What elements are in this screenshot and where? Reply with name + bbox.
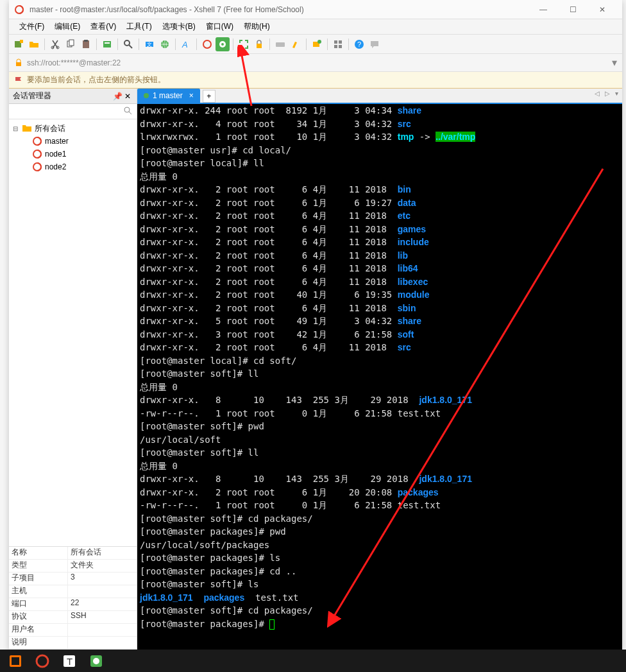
separator-icon <box>348 39 349 50</box>
sidebar-search[interactable] <box>9 104 137 119</box>
collapse-icon[interactable]: ⊟ <box>12 125 19 132</box>
prop-key: 说明 <box>9 637 68 649</box>
menu-help[interactable]: 帮助(H) <box>239 19 275 35</box>
close-button[interactable]: ✕ <box>588 0 617 19</box>
fullscreen-button[interactable] <box>237 37 251 51</box>
address-bar[interactable]: ssh://root:******@master:22 ▾ <box>9 54 622 72</box>
tree-session-node1[interactable]: node1 <box>27 148 137 160</box>
separator-icon <box>269 39 270 50</box>
svg-point-16 <box>203 40 211 48</box>
tab-list-icon[interactable]: ▾ <box>615 90 618 97</box>
terminal[interactable]: drwxr-xr-x. 244 root root 8192 1月 3 04:3… <box>137 104 622 650</box>
menu-window[interactable]: 窗口(W) <box>201 19 239 35</box>
tab-prev-icon[interactable]: ◁ <box>595 90 600 97</box>
properties-panel: 名称所有会话类型文件夹子项目3主机端口22协议SSH用户名说明 <box>9 546 137 650</box>
prop-value: SSH <box>68 611 137 623</box>
minimize-button[interactable]: ― <box>529 0 558 19</box>
separator-icon <box>306 39 307 50</box>
svg-rect-6 <box>69 40 74 46</box>
flag-icon <box>14 76 23 85</box>
prop-row: 协议SSH <box>9 611 137 624</box>
svg-point-22 <box>317 40 321 44</box>
font-button[interactable]: A <box>179 37 193 51</box>
copy-button[interactable] <box>63 37 78 51</box>
prop-row: 用户名 <box>9 624 137 637</box>
xshell-app-icon <box>14 4 24 15</box>
prop-row: 主机 <box>9 585 137 598</box>
folder-icon <box>22 123 32 134</box>
tree-session-master[interactable]: master <box>27 135 137 148</box>
tab-close-icon[interactable]: × <box>189 91 194 100</box>
svg-rect-37 <box>12 657 19 665</box>
svg-point-18 <box>221 43 224 46</box>
window-title: master - root@master:/usr/local/soft/pac… <box>30 5 529 14</box>
menu-tabs[interactable]: 选项卡(B) <box>157 19 201 35</box>
prop-value <box>68 637 137 649</box>
address-text: ssh://root:******@master:22 <box>27 58 612 67</box>
maximize-button[interactable]: ☐ <box>558 0 588 19</box>
menu-view[interactable]: 查看(V) <box>85 19 121 35</box>
taskbar-typora-icon[interactable]: T <box>62 653 77 669</box>
session-props-button[interactable] <box>100 37 114 51</box>
taskbar: T <box>0 650 626 672</box>
menu-edit[interactable]: 编辑(E) <box>49 19 85 35</box>
prop-row: 类型文件夹 <box>9 560 137 573</box>
svg-point-42 <box>93 658 99 664</box>
svg-rect-8 <box>84 40 88 42</box>
globe-button[interactable] <box>158 37 172 51</box>
paste-button[interactable] <box>79 37 93 51</box>
session-icon <box>32 149 42 159</box>
svg-text:文: 文 <box>147 42 152 47</box>
search-input[interactable] <box>9 104 137 119</box>
taskbar-vmware-icon[interactable] <box>8 653 23 669</box>
tree-session-node2[interactable]: node2 <box>27 160 137 173</box>
tree-root[interactable]: ⊟ 所有会话 <box>9 122 137 135</box>
prop-row: 说明 <box>9 637 137 650</box>
chat-button[interactable] <box>368 37 382 51</box>
new-tab-button[interactable] <box>310 37 324 51</box>
svg-rect-29 <box>16 62 21 66</box>
taskbar-xftp-icon[interactable] <box>89 653 104 669</box>
svg-rect-10 <box>105 42 110 44</box>
xshell-icon-button[interactable] <box>200 37 214 51</box>
cut-button[interactable] <box>48 37 62 51</box>
tab-add-button[interactable]: + <box>203 90 216 103</box>
taskbar-xshell-icon[interactable] <box>35 653 50 669</box>
prop-key: 用户名 <box>9 624 68 636</box>
tab-nav: ◁ ▷ ▾ <box>595 90 618 97</box>
tab-next-icon[interactable]: ▷ <box>605 90 610 97</box>
windows-button[interactable] <box>331 37 345 51</box>
menubar: 文件(F) 编辑(E) 查看(V) 工具(T) 选项卡(B) 窗口(W) 帮助(… <box>9 19 622 35</box>
xftp-button[interactable] <box>216 37 230 51</box>
tab-master[interactable]: 1 master × <box>137 89 200 103</box>
body: 会话管理器 📌 ✕ ⊟ 所有会话 masternode1node2 名称所有会话… <box>9 89 622 650</box>
find-button[interactable] <box>121 37 135 51</box>
hint-text: 要添加当前会话，点击左侧的箭头按钮。 <box>27 74 165 85</box>
highlight-button[interactable] <box>289 37 303 51</box>
prop-value: 所有会话 <box>68 547 137 559</box>
sidebar-title: 会话管理器 <box>13 90 51 101</box>
svg-rect-2 <box>20 40 23 43</box>
prop-value <box>68 624 137 636</box>
prop-value <box>68 585 137 598</box>
session-tree: ⊟ 所有会话 masternode1node2 <box>9 119 137 546</box>
lang-button[interactable]: 文 <box>142 37 156 51</box>
menu-file[interactable]: 文件(F) <box>14 19 49 35</box>
prop-value: 22 <box>68 598 137 610</box>
search-icon <box>124 107 133 116</box>
help-button[interactable]: ? <box>352 37 366 51</box>
close-icon[interactable]: ✕ <box>123 91 133 101</box>
lock-button[interactable] <box>252 37 266 51</box>
tree-root-label: 所有会话 <box>35 123 65 134</box>
new-session-button[interactable] <box>12 37 26 51</box>
svg-rect-23 <box>334 40 337 44</box>
open-button[interactable] <box>27 37 41 51</box>
svg-rect-26 <box>339 45 342 48</box>
svg-rect-24 <box>339 40 342 44</box>
menu-tools[interactable]: 工具(T) <box>121 19 156 35</box>
pin-icon[interactable]: 📌 <box>112 91 123 101</box>
svg-point-38 <box>37 655 48 667</box>
dropdown-icon[interactable]: ▾ <box>612 56 617 69</box>
keyboard-button[interactable] <box>273 37 287 51</box>
session-icon <box>32 162 42 172</box>
